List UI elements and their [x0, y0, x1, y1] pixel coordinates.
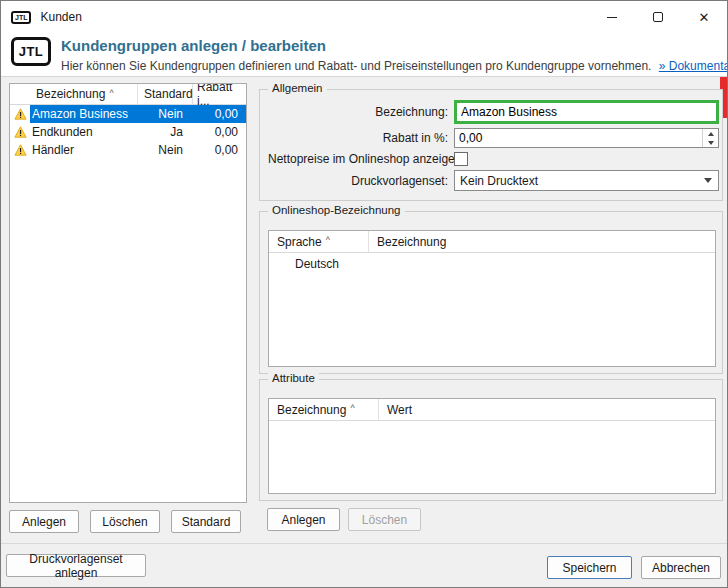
minimize-icon: [607, 17, 617, 18]
onlineshop-table: Sprache ^ Bezeichnung Deutsch: [268, 230, 716, 367]
groupbox-legend: Allgemein: [268, 82, 327, 94]
attribut-anlegen-button[interactable]: Anlegen: [267, 508, 340, 531]
row-rabatt: 0,00: [193, 123, 246, 141]
row-rabatt: 0,00: [193, 141, 246, 159]
window-controls: ✕: [589, 1, 727, 33]
page-title: Kundengruppen anlegen / bearbeiten: [61, 37, 326, 54]
rabatt-spinner: [454, 128, 719, 148]
documentation-link[interactable]: » Dokumentation: [659, 59, 728, 73]
anlegen-button[interactable]: Anlegen: [9, 510, 79, 533]
bezeichnung-label: Bezeichnung:: [268, 105, 454, 119]
nettopreise-row: Nettopreise im Onlineshop anzeigen:: [268, 152, 719, 166]
page-subtitle: Hier können Sie Kundengruppen definieren…: [61, 59, 728, 73]
druckvorlagenset-value: Kein Drucktext: [460, 174, 698, 188]
column-header-bezeichnung[interactable]: Bezeichnung: [369, 231, 715, 252]
druckvorlagenset-select[interactable]: Kein Drucktext: [454, 170, 719, 191]
column-header-bezeichnung[interactable]: Bezeichnung ^: [10, 84, 138, 104]
warning-icon: [10, 123, 30, 141]
row-standard: Nein: [138, 105, 193, 123]
warning-icon: [10, 105, 30, 123]
groupbox-onlineshop: Onlineshop-Bezeichnung Sprache ^ Bezeich…: [259, 211, 723, 374]
druckvorlagenset-row: Druckvorlagenset: Kein Drucktext: [268, 170, 719, 191]
customer-group-table: Bezeichnung ^ Standard Rabatt i... Amazo…: [9, 83, 247, 503]
druckvorlagenset-label: Druckvorlagenset:: [268, 174, 454, 188]
table-header: Sprache ^ Bezeichnung: [269, 231, 715, 253]
minimize-button[interactable]: [589, 1, 635, 33]
spinner-buttons[interactable]: [702, 129, 718, 147]
close-icon: ✕: [699, 10, 710, 25]
row-standard: Nein: [138, 141, 193, 159]
titlebar: JTL Kunden ✕: [1, 1, 727, 33]
groupbox-attribute: Attribute Bezeichnung ^ Wert: [259, 379, 723, 501]
table-header: Bezeichnung ^ Wert: [269, 399, 715, 421]
window-title: Kunden: [40, 10, 81, 24]
table-row[interactable]: Deutsch: [269, 253, 715, 275]
maximize-icon: [653, 12, 663, 22]
nettopreise-label: Nettopreise im Onlineshop anzeigen:: [268, 152, 454, 166]
spinner-down-icon[interactable]: [703, 138, 718, 147]
main-area: Bezeichnung ^ Standard Rabatt i... Amazo…: [1, 77, 727, 545]
standard-button[interactable]: Standard: [171, 510, 241, 533]
column-header-rabatt[interactable]: Rabatt i...: [193, 84, 246, 104]
sort-asc-icon: ^: [350, 403, 354, 413]
druckvorlagenset-anlegen-button[interactable]: Druckvorlagenset anlegen: [6, 554, 146, 577]
loeschen-button[interactable]: Löschen: [90, 510, 160, 533]
row-name: Endkunden: [30, 123, 138, 141]
jtl-logo: JTL: [11, 37, 51, 66]
nettopreise-checkbox[interactable]: [454, 152, 468, 166]
rabatt-input[interactable]: [455, 129, 702, 147]
maximize-button[interactable]: [635, 1, 681, 33]
groupbox-allgemein: Allgemein Bezeichnung: Rabatt in %:: [259, 89, 723, 201]
groupbox-legend: Attribute: [268, 372, 319, 384]
abbrechen-button[interactable]: Abbrechen: [641, 556, 721, 579]
row-name: Amazon Business: [30, 105, 138, 123]
column-header-sprache[interactable]: Sprache ^: [269, 231, 369, 252]
warning-icon: [10, 141, 30, 159]
page-header: JTL Kundengruppen anlegen / bearbeiten H…: [1, 33, 727, 77]
row-sprache: Deutsch: [269, 257, 339, 271]
attribute-buttons: Anlegen Löschen: [267, 508, 429, 531]
bezeichnung-row: Bezeichnung:: [268, 100, 719, 124]
table-row[interactable]: Endkunden Ja 0,00: [10, 123, 246, 141]
row-name: Händler: [30, 141, 138, 159]
close-button[interactable]: ✕: [681, 1, 727, 33]
sort-asc-icon: ^: [326, 235, 330, 245]
table-row[interactable]: Händler Nein 0,00: [10, 141, 246, 159]
groupbox-legend: Onlineshop-Bezeichnung: [268, 204, 405, 216]
rabatt-row: Rabatt in %:: [268, 128, 719, 148]
column-header-standard[interactable]: Standard: [138, 84, 193, 104]
row-standard: Ja: [138, 123, 193, 141]
group-list-buttons: Anlegen Löschen Standard: [9, 510, 252, 533]
sort-asc-icon: ^: [109, 88, 113, 98]
rabatt-label: Rabatt in %:: [268, 131, 454, 145]
table-header: Bezeichnung ^ Standard Rabatt i...: [10, 84, 246, 105]
app-window: JTL Kunden ✕ JTL Kundengruppen anlegen /…: [0, 0, 728, 588]
column-header-wert[interactable]: Wert: [379, 399, 715, 420]
chevron-down-icon: [698, 171, 718, 190]
column-header-bezeichnung[interactable]: Bezeichnung ^: [269, 399, 379, 420]
bezeichnung-input[interactable]: [454, 100, 719, 124]
attribut-loeschen-button[interactable]: Löschen: [348, 508, 421, 531]
app-icon: JTL: [11, 11, 31, 24]
table-row[interactable]: Amazon Business Nein 0,00: [10, 105, 246, 123]
spinner-up-icon[interactable]: [703, 129, 718, 138]
speichern-button[interactable]: Speichern: [547, 556, 632, 579]
footer-bar: Druckvorlagenset anlegen Speichern Abbre…: [1, 543, 727, 587]
attribute-table: Bezeichnung ^ Wert: [268, 398, 716, 494]
subtitle-text: Hier können Sie Kundengruppen definieren…: [61, 59, 651, 73]
row-rabatt: 0,00: [193, 105, 246, 123]
